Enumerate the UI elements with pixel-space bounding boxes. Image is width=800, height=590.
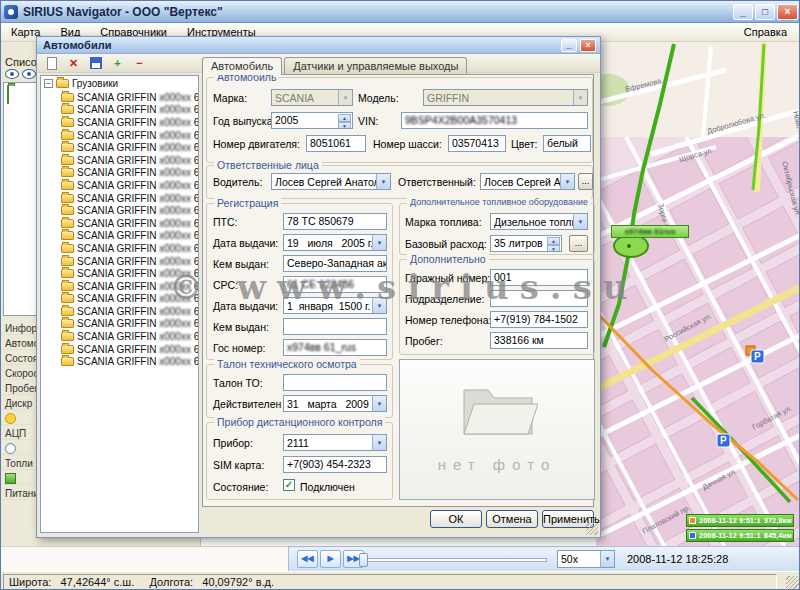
- chevron-down-icon: ▼: [376, 174, 390, 189]
- tab-sensors[interactable]: Датчики и управляемые выходы: [284, 57, 467, 74]
- tree-item-vehicle[interactable]: SCANIA GRIFFIN х000хх 61rus: [41, 255, 198, 268]
- parking-marker[interactable]: P: [717, 434, 730, 447]
- browse-responsible-button[interactable]: ...: [578, 173, 593, 190]
- add-icon[interactable]: +: [109, 55, 126, 71]
- srs-field[interactable]: 61 СЕ 123456: [283, 276, 387, 293]
- tree-item-vehicle[interactable]: SCANIA GRIFFIN х000хх 61rus: [41, 154, 198, 167]
- track-start-icon: [689, 517, 696, 524]
- tree-item-vehicle[interactable]: SCANIA GRIFFIN х000хх 61rus: [41, 318, 198, 331]
- tree-item-vehicle[interactable]: SCANIA GRIFFIN х000хх 61rus: [41, 104, 198, 117]
- collapse-icon[interactable]: −: [44, 79, 53, 88]
- window-resize-grip[interactable]: [786, 576, 800, 590]
- tree-root-trucks[interactable]: − Грузовики: [41, 76, 198, 91]
- tree-item-vehicle[interactable]: SCANIA GRIFFIN х000хх 61rus: [41, 129, 198, 142]
- driver-combo[interactable]: Лосев Сергей Анатоль▼: [271, 173, 391, 190]
- pts-field[interactable]: 78 ТС 850679: [283, 213, 387, 230]
- timeline-thumb[interactable]: [359, 553, 368, 567]
- ok-button[interactable]: ОК: [430, 510, 482, 528]
- responsible-combo[interactable]: Лосев Сергей Анатоль▼: [480, 173, 575, 190]
- vehicle-folder-icon: [61, 269, 74, 278]
- tree-item-vehicle[interactable]: SCANIA GRIFFIN х000хх 61rus: [41, 217, 198, 230]
- eye-icon[interactable]: [5, 69, 19, 79]
- field-label: Дата выдачи:: [213, 300, 278, 312]
- new-icon[interactable]: [43, 55, 60, 71]
- division-field[interactable]: [490, 290, 588, 307]
- track-label[interactable]: 2008-11-12 9:51:1 372,8км: [686, 514, 794, 527]
- playback-speed-combo[interactable]: 50x▼: [557, 550, 615, 568]
- folder-icon: [7, 85, 9, 104]
- rewind-button[interactable]: ◀◀: [297, 550, 318, 568]
- tab-vehicle[interactable]: Автомобиль: [202, 57, 282, 75]
- spinner-buttons[interactable]: ▲▼: [547, 237, 560, 250]
- tree-item-vehicle[interactable]: SCANIA GRIFFIN х000хх 61rus: [41, 242, 198, 255]
- tree-item-vehicle[interactable]: SCANIA GRIFFIN х000хх 61rus: [41, 343, 198, 356]
- chevron-down-icon: ▼: [372, 435, 386, 450]
- connected-checkbox[interactable]: ✓: [283, 479, 295, 491]
- srs-date-combo[interactable]: 1 января 1500 г.▼: [283, 297, 387, 314]
- resize-grip[interactable]: [586, 523, 598, 535]
- vehicle-tree[interactable]: − Грузовики SCANIA GRIFFIN х000хх 61rusS…: [40, 75, 199, 533]
- spinner-buttons[interactable]: ▲▼: [338, 114, 351, 127]
- year-field[interactable]: 2005▲▼: [271, 112, 353, 129]
- engine-number-field[interactable]: 8051061: [306, 135, 366, 152]
- chevron-down-icon: ▼: [372, 235, 386, 250]
- tree-item-vehicle[interactable]: SCANIA GRIFFIN х000хх 61rus: [41, 293, 198, 306]
- close-button[interactable]: ×: [777, 4, 798, 20]
- play-button[interactable]: ▶: [320, 550, 341, 568]
- vin-field[interactable]: 9BSP4X2B00A3570413: [401, 112, 588, 129]
- window-title: SIRIUS Navigator - ООО "Вертекс": [23, 5, 731, 19]
- pts-issuer-field[interactable]: Северо-Западная акционная т: [283, 255, 387, 272]
- field-label: Год выпуска:: [213, 115, 275, 127]
- base-consumption-field[interactable]: 35 литров▲▼: [490, 235, 562, 252]
- field-label: Базовый расход:: [405, 238, 487, 250]
- tree-item-vehicle[interactable]: SCANIA GRIFFIN х000хх 61rus: [41, 204, 198, 217]
- phone-number-field[interactable]: +7(919) 784-1502: [490, 311, 588, 328]
- srs-issuer-field[interactable]: [283, 318, 387, 335]
- tree-item-vehicle[interactable]: SCANIA GRIFFIN х000хх 61rus: [41, 355, 198, 368]
- vehicle-dot: [627, 244, 631, 248]
- model-combo[interactable]: GRIFFIN▼: [423, 89, 588, 106]
- valid-until-combo[interactable]: 31 марта 2009 г.▼: [283, 395, 387, 412]
- map[interactable]: P P ЕфремоваДобролюбова ул.Щорса ул.Октя…: [596, 42, 800, 546]
- plate-number-field[interactable]: х974вв 61_rus: [283, 339, 387, 356]
- garage-number-field[interactable]: 001: [490, 269, 588, 286]
- field-label: ПТС:: [213, 216, 237, 228]
- minimize-button[interactable]: _: [733, 4, 753, 20]
- field-label: Кем выдан:: [213, 258, 269, 270]
- tree-item-vehicle[interactable]: SCANIA GRIFFIN х000хх 61rus: [41, 179, 198, 192]
- tree-item-vehicle[interactable]: SCANIA GRIFFIN х000хх 61rus: [41, 116, 198, 129]
- color-field[interactable]: белый: [543, 135, 591, 152]
- tree-item-vehicle[interactable]: SCANIA GRIFFIN х000хх 61rus: [41, 230, 198, 243]
- menu-help[interactable]: Справка: [730, 24, 800, 40]
- vehicle-tabpage: Автомобиль Марка: SCANIA▼ Модель: GRIFFI…: [202, 74, 594, 507]
- device-combo[interactable]: 2111▼: [283, 434, 387, 451]
- chassis-number-field[interactable]: 03570413: [448, 135, 506, 152]
- marka-combo[interactable]: SCANIA▼: [271, 89, 353, 106]
- browse-consumption-button[interactable]: ...: [569, 235, 588, 252]
- tree-item-vehicle[interactable]: SCANIA GRIFFIN х000хх 61rus: [41, 192, 198, 205]
- eye-icon[interactable]: [22, 69, 36, 79]
- mileage-field[interactable]: 338166 км: [490, 332, 588, 349]
- dialog-minimize-button[interactable]: _: [561, 39, 577, 52]
- dialog-close-button[interactable]: ×: [580, 39, 596, 52]
- tree-item-vehicle[interactable]: SCANIA GRIFFIN х000хх 61rus: [41, 330, 198, 343]
- tree-item-vehicle[interactable]: SCANIA GRIFFIN х000хх 61rus: [41, 267, 198, 280]
- tree-item-vehicle[interactable]: SCANIA GRIFFIN х000хх 61rus: [41, 167, 198, 180]
- tree-item-vehicle[interactable]: SCANIA GRIFFIN х000хх 61rus: [41, 141, 198, 154]
- remove-icon[interactable]: −: [131, 55, 148, 71]
- pts-date-combo[interactable]: 19 июля 2005 г.▼: [283, 234, 387, 251]
- inspection-ticket-field[interactable]: [283, 374, 387, 391]
- save-icon[interactable]: [87, 55, 104, 71]
- track-label[interactable]: 2008-11-12 9:51:1 845,4км: [686, 529, 794, 542]
- tree-item-vehicle[interactable]: SCANIA GRIFFIN х000хх 61rus: [41, 91, 198, 104]
- cancel-button[interactable]: Отмена: [486, 510, 538, 528]
- maximize-button[interactable]: □: [755, 4, 775, 20]
- delete-icon[interactable]: ✕: [65, 55, 82, 71]
- timeline-slider[interactable]: [361, 558, 547, 562]
- vehicle-plate-label[interactable]: х974вв 61rus: [611, 225, 689, 238]
- chevron-down-icon: ▼: [372, 396, 386, 411]
- tree-item-vehicle[interactable]: SCANIA GRIFFIN х000хх 61rus: [41, 280, 198, 293]
- sim-card-field[interactable]: +7(903) 454-2323: [283, 456, 387, 473]
- fuel-type-combo[interactable]: Дизельное топливо▼: [490, 213, 588, 230]
- tree-item-vehicle[interactable]: SCANIA GRIFFIN х000хх 61rus: [41, 305, 198, 318]
